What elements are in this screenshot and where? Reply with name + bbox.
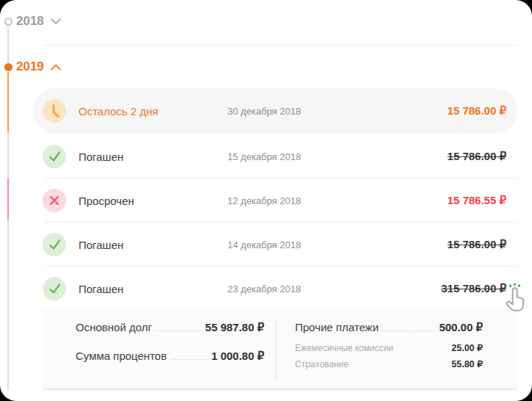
payment-row-overdue[interactable]: Просрочен 12 декабря 2018 15 786.55 ₽	[0, 178, 532, 223]
payment-status: Осталось 2 дня	[79, 105, 158, 118]
detail-label: Прочие платежи	[295, 321, 379, 333]
chevron-down-icon	[51, 18, 61, 25]
check-icon	[43, 277, 66, 300]
timeline-marker-2019	[4, 63, 12, 71]
year-header-2019[interactable]: 2019	[16, 59, 61, 74]
detail-other-payments: Прочие платежи 500.00 ₽	[295, 321, 483, 334]
payment-date: 14 декабря 2018	[227, 239, 301, 250]
check-icon	[43, 145, 66, 168]
payment-status: Просрочен	[79, 195, 134, 207]
cross-icon	[43, 189, 66, 212]
detail-amount: 500.00 ₽	[439, 321, 483, 334]
detail-label: Сумма процентов	[76, 350, 167, 362]
detail-monthly-fees: Ежемесячные комиссии 25.00 ₽	[295, 342, 483, 353]
payment-amount: 315 786.00 ₽	[441, 282, 506, 295]
payment-amount: 15 786.00 ₽	[448, 150, 506, 163]
dotted-leader	[383, 330, 434, 331]
payment-status: Погашен	[79, 239, 123, 251]
payment-details-panel: Основной долг 55 987.80 ₽ Сумма проценто…	[43, 310, 517, 390]
payment-amount: 15 786.55 ₽	[448, 194, 506, 207]
payment-row-paid[interactable]: Погашен 14 декабря 2018 15 786.00 ₽	[0, 223, 532, 267]
detail-amount: 55 987.80 ₽	[205, 321, 264, 334]
payment-status: Погашен	[79, 283, 123, 295]
payment-date: 12 декабря 2018	[227, 195, 301, 206]
detail-amount: 55.80 ₽	[451, 358, 483, 369]
year-label: 2018	[16, 14, 44, 29]
detail-label: Страхование	[295, 359, 349, 369]
clock-icon	[43, 99, 66, 123]
payment-row-due[interactable]: Осталось 2 дня 30 декабря 2018 15 786.00…	[0, 88, 532, 134]
year-label: 2019	[16, 59, 44, 74]
year-header-2018[interactable]: 2018	[16, 14, 61, 29]
payment-amount: 15 786.00 ₽	[448, 104, 506, 118]
payment-schedule-card: 2018 2019 Осталось 2 дня 30 декабря 2018…	[0, 0, 532, 401]
dotted-leader	[171, 359, 207, 360]
payment-status: Погашен	[79, 151, 123, 163]
timeline-segment	[7, 26, 9, 63]
dotted-leader	[156, 330, 201, 331]
panel-column-divider	[276, 320, 277, 381]
payment-date: 30 декабря 2018	[227, 106, 301, 117]
payment-amount: 15 786.00 ₽	[448, 238, 506, 251]
payment-row-paid[interactable]: Погашен 15 декабря 2018 15 786.00 ₽	[0, 134, 532, 178]
detail-principal: Основной долг 55 987.80 ₽	[76, 321, 264, 334]
payment-row-paid-expanded[interactable]: Погашен 23 декабря 2018 315 786.00 ₽	[0, 267, 532, 311]
payment-date: 23 декабря 2018	[227, 283, 301, 295]
tap-cursor-icon	[503, 280, 527, 314]
detail-label: Ежемесячные комиссии	[295, 343, 393, 353]
detail-insurance: Страхование 55.80 ₽	[295, 358, 483, 369]
timeline-marker-2018	[4, 18, 12, 26]
detail-label: Основной долг	[76, 321, 152, 333]
chevron-up-icon	[51, 64, 61, 71]
detail-amount: 1 000.80 ₽	[211, 350, 264, 363]
detail-interest: Сумма процентов 1 000.80 ₽	[76, 350, 264, 363]
divider	[44, 45, 517, 46]
check-icon	[43, 233, 66, 256]
payment-date: 15 декабря 2018	[227, 151, 301, 162]
detail-amount: 25.00 ₽	[451, 342, 483, 353]
